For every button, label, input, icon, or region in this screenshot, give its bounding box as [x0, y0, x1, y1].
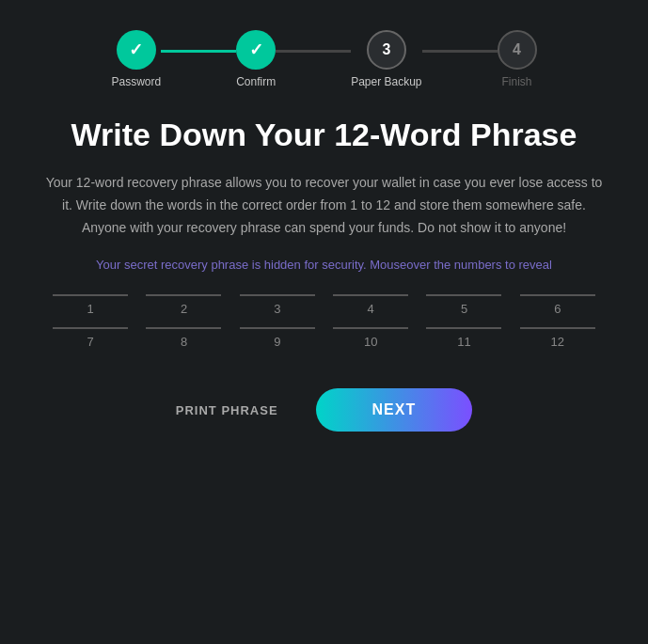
button-row: PRINT PHRASE NEXT — [38, 379, 610, 432]
word-line — [53, 327, 128, 329]
word-number: 9 — [274, 335, 280, 349]
word-cell: 4 — [332, 294, 410, 316]
word-grid: 123456789101112 — [52, 294, 597, 349]
word-number: 3 — [274, 302, 280, 316]
word-line — [146, 294, 221, 296]
page-title: Write Down Your 12-Word Phrase — [71, 117, 577, 153]
step-finish: 4 Finish — [498, 30, 537, 88]
step-circle-confirm: ✓ — [236, 30, 276, 70]
word-line — [333, 294, 408, 296]
step-paper-backup: 3 Paper Backup — [351, 30, 421, 88]
word-number: 5 — [461, 302, 467, 316]
step-label-password: Password — [111, 75, 161, 88]
connector-3 — [422, 50, 498, 53]
word-number: 8 — [181, 335, 187, 349]
word-line — [520, 294, 595, 296]
step-circle-password: ✓ — [117, 30, 156, 70]
checkmark-icon-2: ✓ — [249, 39, 263, 60]
word-line — [333, 327, 408, 329]
stepper: ✓ Password ✓ Confirm 3 Paper Backup 4 Fi… — [0, 0, 648, 107]
step-number-finish: 4 — [513, 41, 521, 58]
word-number: 11 — [457, 335, 470, 349]
word-line — [426, 294, 501, 296]
word-cell: 1 — [52, 294, 130, 316]
word-line — [146, 327, 221, 329]
word-line — [520, 327, 595, 329]
step-label-paper-backup: Paper Backup — [351, 75, 421, 88]
step-label-finish: Finish — [502, 75, 532, 88]
word-cell: 11 — [425, 327, 503, 349]
word-number: 4 — [368, 302, 374, 316]
word-line — [426, 327, 501, 329]
word-cell: 5 — [425, 294, 503, 316]
print-phrase-button[interactable]: PRINT PHRASE — [176, 403, 278, 417]
word-cell: 6 — [518, 294, 596, 316]
description-text: Your 12-word recovery phrase allows you … — [42, 172, 607, 239]
word-number: 2 — [181, 302, 187, 316]
word-number: 10 — [364, 335, 377, 349]
step-confirm: ✓ Confirm — [236, 30, 276, 88]
step-circle-paper-backup: 3 — [367, 30, 406, 70]
word-line — [240, 327, 315, 329]
word-line — [240, 294, 315, 296]
connector-1 — [161, 50, 236, 53]
main-content: Write Down Your 12-Word Phrase Your 12-w… — [0, 107, 648, 644]
hint-text: Your secret recovery phrase is hidden fo… — [96, 258, 552, 272]
word-cell: 2 — [145, 294, 223, 316]
word-number: 1 — [87, 302, 94, 316]
word-cell: 3 — [238, 294, 316, 316]
word-cell: 8 — [145, 327, 223, 349]
word-number: 12 — [551, 335, 564, 349]
word-cell: 10 — [332, 327, 410, 349]
word-number: 6 — [554, 302, 561, 316]
step-password: ✓ Password — [111, 30, 161, 88]
word-cell: 12 — [518, 327, 596, 349]
word-line — [53, 294, 128, 296]
next-button[interactable]: NEXT — [316, 388, 473, 432]
step-number-paper-backup: 3 — [382, 41, 390, 58]
step-circle-finish: 4 — [498, 30, 537, 70]
step-label-confirm: Confirm — [236, 75, 276, 88]
word-cell: 9 — [238, 327, 316, 349]
word-cell: 7 — [52, 327, 130, 349]
connector-2 — [276, 50, 351, 53]
checkmark-icon: ✓ — [129, 39, 143, 60]
word-number: 7 — [87, 335, 94, 349]
